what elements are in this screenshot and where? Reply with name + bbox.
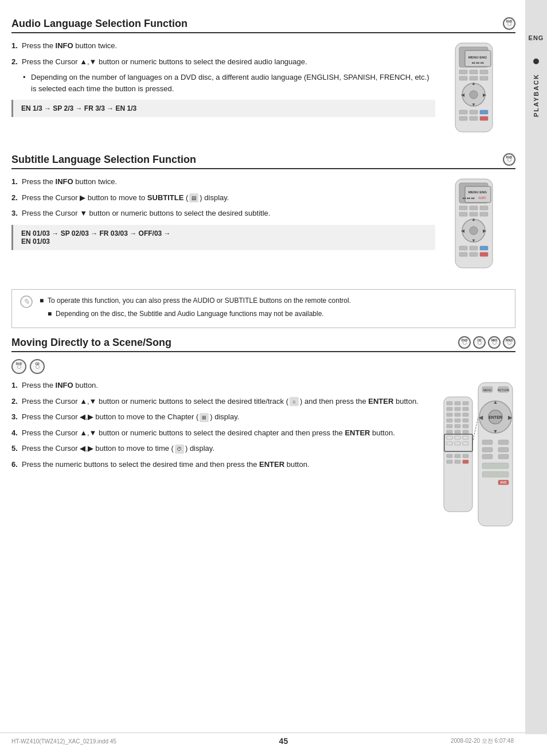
subtitle-flow-sequence: EN 01/03 → SP 02/03 → FR 03/03 → OFF/03 … xyxy=(11,225,435,250)
svg-line-103 xyxy=(472,417,478,443)
svg-text:✎: ✎ xyxy=(23,297,30,306)
svg-rect-16 xyxy=(480,110,488,114)
svg-text:▶: ▶ xyxy=(483,228,487,233)
sub-step-num-3: 3. xyxy=(11,208,22,219)
svg-text:▼: ▼ xyxy=(471,238,476,243)
note-content: ■ To operate this function, you can also… xyxy=(40,295,507,322)
scene-remote-image: MENU RETURN ▲ ▼ ◀ ▶ ENTER xyxy=(441,380,515,531)
svg-rect-25 xyxy=(459,206,467,210)
svg-text:▶: ▶ xyxy=(508,415,513,420)
info-bold-scene: INFO xyxy=(56,381,73,389)
svg-rect-3 xyxy=(470,70,478,74)
svg-text:MENU: MENU xyxy=(483,388,492,392)
page-container: ENG PLAYBACK Audio Language Selection Fu… xyxy=(0,0,547,756)
svg-rect-65 xyxy=(447,430,452,434)
svg-text:◀: ◀ xyxy=(461,92,465,98)
step-content-2: Press the Cursor ▲,▼ button or numeric b… xyxy=(22,56,435,68)
step-num-1: 1. xyxy=(11,40,22,52)
scene-step-num-1: 1. xyxy=(11,380,22,391)
svg-rect-99 xyxy=(482,463,509,469)
note-text-2: Depending on the disc, the Subtitle and … xyxy=(56,309,324,319)
time-icon: ⏱ xyxy=(175,445,184,454)
scene-song-title: Moving Directly to a Scene/Song xyxy=(11,337,171,349)
dvd-icon-scene: DVD xyxy=(458,336,471,349)
svg-rect-71 xyxy=(463,436,468,439)
footer-filename: HT-WZ410(TWZ412)_XAC_0219.indd 45 xyxy=(11,738,116,745)
dvd-icon-subtitle: DVD xyxy=(503,153,515,166)
dvd-icon-audio: DVD xyxy=(503,17,515,30)
subtitle-language-section: Subtitle Language Selection Function DVD… xyxy=(11,153,515,275)
svg-rect-67 xyxy=(463,430,468,434)
scene-step-content-6: Press the numeric buttons to select the … xyxy=(22,459,435,470)
remote-svg-audio: ▲ ▼ ◀ ▶ MENU ENG ■■ xyxy=(441,40,510,138)
audio-flow-sequence: EN 1/3 → SP 2/3 → FR 3/3 → EN 1/3 xyxy=(11,100,435,117)
note-svg-icon: ✎ xyxy=(20,295,33,308)
svg-rect-59 xyxy=(447,419,452,422)
svg-rect-54 xyxy=(455,407,460,411)
note-bullet-2: ■ xyxy=(48,309,56,319)
title-icon: ⌂ xyxy=(290,397,299,406)
note-bullet-1: ■ xyxy=(40,295,48,306)
audio-language-header: Audio Language Selection Function DVD xyxy=(11,17,515,33)
svg-rect-18 xyxy=(470,116,478,120)
svg-rect-93 xyxy=(482,440,493,445)
svg-rect-53 xyxy=(447,407,452,411)
sub-step-num-2: 2. xyxy=(11,192,22,204)
svg-rect-19 xyxy=(480,116,488,120)
svg-text:RETURN: RETURN xyxy=(498,388,510,392)
svg-rect-75 xyxy=(447,454,452,458)
svg-text:DVD: DVD xyxy=(501,481,507,484)
svg-text:▶: ▶ xyxy=(483,92,487,98)
scene-step-num-3: 3. xyxy=(11,411,22,423)
svg-rect-2 xyxy=(459,70,467,74)
step-content-1: Press the INFO button twice. xyxy=(22,40,435,52)
subtitle-step-3: 3. Press the Cursor ▼ button or numeric … xyxy=(11,208,435,219)
scene-step-num-5: 5. xyxy=(11,443,22,454)
right-sidebar: ENG PLAYBACK xyxy=(525,0,547,734)
svg-rect-63 xyxy=(455,424,460,428)
svg-rect-61 xyxy=(463,419,468,422)
svg-rect-58 xyxy=(463,413,468,416)
info-bold-1: INFO xyxy=(56,41,73,50)
svg-rect-37 xyxy=(459,246,467,250)
jpeg-icon-scene: JPEG xyxy=(503,336,515,349)
svg-rect-80 xyxy=(463,460,468,463)
main-content: Audio Language Selection Function DVD 1.… xyxy=(11,0,515,531)
cd-sub-icon: CD xyxy=(30,359,45,374)
sidebar-eng-label: ENG xyxy=(529,34,544,41)
svg-rect-38 xyxy=(470,246,478,250)
audio-remote-image: ▲ ▼ ◀ ▶ MENU ENG ■■ xyxy=(441,40,515,139)
svg-text:◀: ◀ xyxy=(478,415,483,420)
svg-text:▼: ▼ xyxy=(493,428,498,434)
svg-rect-76 xyxy=(455,454,460,458)
svg-rect-62 xyxy=(447,424,452,428)
subtitle-icon: ▤ xyxy=(189,193,198,202)
scene-step-content-3: Press the Cursor ◀,▶ button to move to t… xyxy=(22,411,435,423)
scene-step-num-6: 6. xyxy=(11,459,22,470)
svg-text:ENTER: ENTER xyxy=(489,415,502,419)
svg-rect-73 xyxy=(455,442,460,445)
svg-rect-7 xyxy=(480,76,488,80)
sidebar-dot xyxy=(533,59,539,64)
svg-rect-94 xyxy=(498,440,509,445)
info-bold-sub-1: INFO xyxy=(56,177,73,186)
svg-rect-100 xyxy=(482,471,509,477)
svg-rect-39 xyxy=(480,246,488,250)
note-item-2: ■ Depending on the disc, the Subtitle an… xyxy=(40,309,507,319)
svg-rect-51 xyxy=(455,402,460,405)
svg-rect-95 xyxy=(482,447,493,452)
scene-step-4: 4. Press the Cursor ▲,▼ button or numeri… xyxy=(11,427,435,439)
remote-svg-scene: MENU RETURN ▲ ▼ ◀ ▶ ENTER xyxy=(441,380,515,529)
subtitle-step-2: 2. Press the Cursor ▶ button to move to … xyxy=(11,192,435,204)
subtitle-language-content: 1. Press the INFO button twice. 2. Press… xyxy=(11,176,515,275)
mp3-icon-scene: MP3 xyxy=(488,336,501,349)
audio-bullet-text: Depending on the number of languages on … xyxy=(31,72,435,94)
svg-text:MENU    ENG: MENU ENG xyxy=(468,190,487,194)
sub-step-content-2: Press the Cursor ▶ button to move to SUB… xyxy=(22,192,435,204)
audio-language-section: Audio Language Selection Function DVD 1.… xyxy=(11,17,515,139)
svg-rect-28 xyxy=(459,212,467,216)
audio-step-1: 1. Press the INFO button twice. xyxy=(11,40,435,52)
scene-step-5: 5. Press the Cursor ◀,▶ button to move t… xyxy=(11,443,435,454)
svg-text:■■ ■■ ■■: ■■ ■■ ■■ xyxy=(472,61,484,64)
subtitle-language-header: Subtitle Language Selection Function DVD xyxy=(11,153,515,169)
